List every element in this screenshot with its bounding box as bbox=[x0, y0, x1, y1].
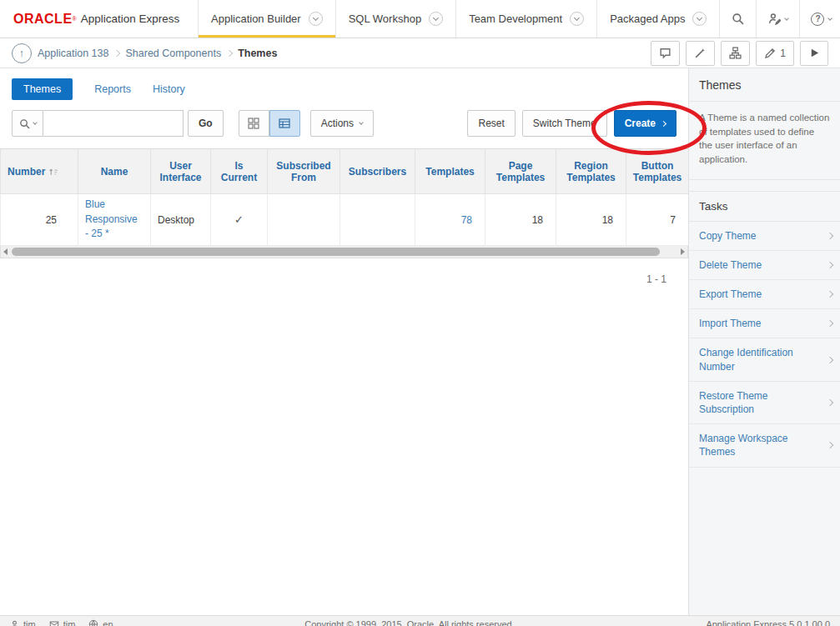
administration-menu-button[interactable] bbox=[756, 0, 799, 38]
create-label: Create bbox=[625, 118, 656, 129]
tasks-heading: Tasks bbox=[689, 191, 840, 222]
chevron-down-icon[interactable] bbox=[570, 12, 584, 26]
reset-button[interactable]: Reset bbox=[467, 110, 515, 137]
tab-sql-workshop[interactable]: SQL Workshop bbox=[335, 0, 455, 38]
tab-label: SQL Workshop bbox=[349, 13, 421, 25]
search-input[interactable] bbox=[43, 110, 184, 137]
right-sidebar: Themes A Theme is a named collection of … bbox=[688, 68, 840, 615]
utilities-button[interactable] bbox=[686, 41, 715, 66]
region-display-selector: Themes Reports History bbox=[0, 68, 688, 100]
switch-theme-button[interactable]: Switch Theme bbox=[522, 110, 607, 137]
column-header-subscribed-from[interactable]: Subscribed From bbox=[268, 149, 340, 194]
scrollbar-thumb[interactable] bbox=[12, 248, 660, 256]
run-page-button[interactable] bbox=[800, 41, 828, 66]
cell-is-current: ✓ bbox=[211, 194, 268, 246]
tab-packaged-apps[interactable]: Packaged Apps bbox=[596, 0, 719, 38]
footer-user: tim bbox=[10, 619, 36, 626]
registered-mark: ® bbox=[73, 16, 77, 22]
icon-view-button[interactable] bbox=[239, 110, 269, 137]
header-utility-icons bbox=[719, 0, 840, 38]
switch-theme-label: Switch Theme bbox=[533, 118, 596, 129]
help-menu-button[interactable] bbox=[799, 0, 840, 38]
cell-page-templates: 18 bbox=[485, 194, 556, 246]
report-view-button[interactable] bbox=[269, 110, 300, 137]
column-header-region-templates[interactable]: Region Templates bbox=[556, 149, 626, 194]
page-action-buttons: 1 bbox=[651, 41, 828, 66]
cell-button-templates: 7 bbox=[626, 194, 689, 246]
task-change-identification-number[interactable]: Change Identification Number bbox=[689, 338, 840, 381]
tab-history[interactable]: History bbox=[153, 78, 185, 100]
go-button[interactable]: Go bbox=[188, 110, 224, 137]
task-restore-theme-subscription[interactable]: Restore Theme Subscription bbox=[689, 382, 840, 424]
task-import-theme[interactable]: Import Theme bbox=[689, 309, 840, 338]
cell-templates[interactable]: 78 bbox=[415, 194, 485, 246]
chevron-down-icon bbox=[828, 16, 833, 21]
toolbar-right-buttons: Reset Switch Theme Create bbox=[467, 110, 677, 137]
breadcrumb-shared-components[interactable]: Shared Components bbox=[125, 48, 221, 59]
actions-button[interactable]: Actions bbox=[310, 110, 374, 137]
table-row: 25 Blue Responsive - 25 * Desktop ✓ 78 1… bbox=[1, 194, 689, 246]
breadcrumb: Application 138 Shared Components Themes bbox=[32, 48, 283, 59]
tab-label: Packaged Apps bbox=[610, 13, 685, 25]
cell-number: 25 bbox=[1, 194, 78, 246]
task-delete-theme[interactable]: Delete Theme bbox=[689, 251, 840, 280]
task-manage-workspace-themes[interactable]: Manage Workspace Themes bbox=[689, 424, 840, 467]
themes-report-table: Number Name User Interface Is Current Su… bbox=[0, 148, 689, 246]
up-level-icon[interactable] bbox=[12, 43, 32, 63]
feedback-button[interactable] bbox=[651, 41, 680, 66]
comment-bubble-icon bbox=[659, 47, 671, 59]
content-area: Themes Reports History Go bbox=[0, 68, 840, 615]
tab-reports[interactable]: Reports bbox=[94, 78, 131, 100]
oracle-wordmark: ORACLE bbox=[13, 12, 73, 27]
scroll-right-arrow-icon[interactable] bbox=[681, 248, 685, 255]
footer-session-info: tim tim en bbox=[10, 619, 113, 626]
column-header-button-templates[interactable]: Button Templates bbox=[626, 149, 689, 194]
breadcrumb-current-page: Themes bbox=[238, 48, 277, 59]
chevron-right-icon bbox=[827, 399, 833, 406]
tab-team-development[interactable]: Team Development bbox=[455, 0, 596, 38]
task-export-theme[interactable]: Export Theme bbox=[689, 280, 840, 309]
shared-components-button[interactable] bbox=[721, 41, 750, 66]
cell-subscribed-from bbox=[268, 194, 340, 246]
report-view-icon bbox=[279, 118, 290, 129]
column-header-is-current[interactable]: Is Current bbox=[211, 149, 268, 194]
search-button[interactable] bbox=[719, 0, 756, 38]
breadcrumb-separator-icon bbox=[113, 49, 120, 56]
chevron-down-icon[interactable] bbox=[309, 12, 323, 26]
pencil-icon bbox=[764, 48, 776, 59]
search-column-selector[interactable] bbox=[12, 110, 43, 137]
grid-view-icon bbox=[248, 118, 259, 129]
chevron-down-icon bbox=[359, 120, 364, 125]
copyright-text: Copyright © 1999, 2015, Oracle. All righ… bbox=[128, 619, 692, 626]
go-label: Go bbox=[199, 118, 213, 129]
edit-page-button[interactable]: 1 bbox=[756, 41, 794, 66]
task-copy-theme[interactable]: Copy Theme bbox=[689, 222, 840, 251]
view-toggle-group bbox=[239, 110, 300, 137]
scroll-left-arrow-icon[interactable] bbox=[3, 248, 8, 255]
horizontal-scrollbar[interactable] bbox=[0, 246, 688, 258]
breadcrumb-application[interactable]: Application 138 bbox=[38, 48, 108, 59]
user-edit-icon bbox=[768, 13, 781, 25]
column-header-page-templates[interactable]: Page Templates bbox=[485, 149, 556, 194]
chevron-down-icon[interactable] bbox=[429, 12, 443, 26]
report-toolbar: Go Actions Reset bbox=[0, 100, 688, 147]
create-button[interactable]: Create bbox=[614, 110, 677, 137]
chevron-down-icon[interactable] bbox=[692, 12, 707, 26]
globe-icon bbox=[88, 619, 98, 626]
tab-application-builder[interactable]: Application Builder bbox=[198, 0, 335, 38]
themes-report-region: Themes Reports History Go bbox=[0, 68, 688, 615]
column-header-templates[interactable]: Templates bbox=[415, 149, 485, 194]
actions-label: Actions bbox=[321, 118, 354, 129]
tab-themes[interactable]: Themes bbox=[12, 78, 73, 100]
column-header-user-interface[interactable]: User Interface bbox=[151, 149, 211, 194]
apex-application: ORACLE ® Application Express Application… bbox=[0, 0, 840, 626]
column-header-subscribers[interactable]: Subscribers bbox=[340, 149, 415, 194]
top-navigation-bar: ORACLE ® Application Express Application… bbox=[0, 0, 840, 38]
theme-name-link[interactable]: Blue Responsive - 25 * bbox=[78, 194, 151, 246]
chevron-right-icon bbox=[827, 262, 833, 268]
column-header-number[interactable]: Number bbox=[1, 149, 78, 194]
edit-page-number: 1 bbox=[780, 48, 786, 59]
column-header-name[interactable]: Name bbox=[78, 149, 151, 194]
sidebar-description: A Theme is a named collection of templat… bbox=[689, 102, 840, 180]
search-icon bbox=[19, 118, 30, 129]
